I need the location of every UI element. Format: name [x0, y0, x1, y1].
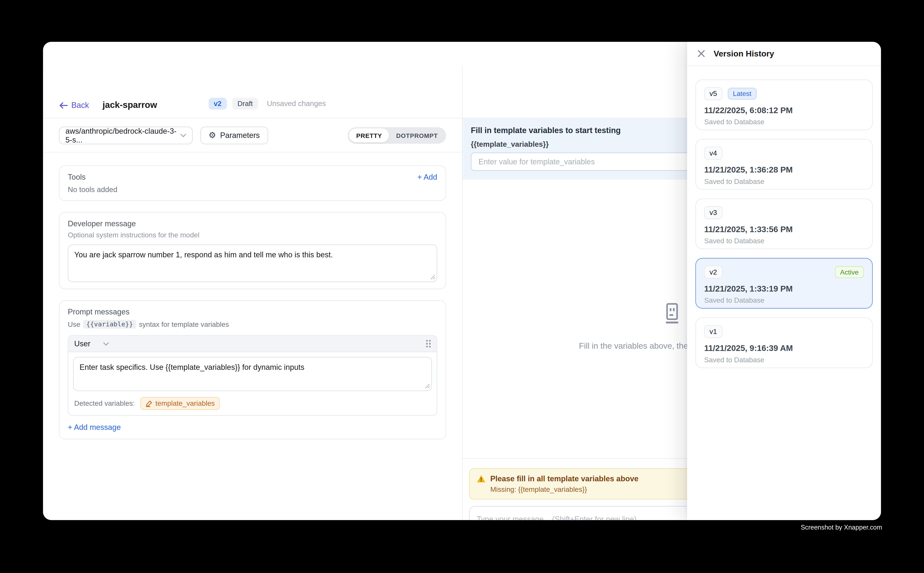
syntax-hint: Use {{variable}} syntax for template var… — [68, 320, 437, 329]
version-card[interactable]: v4 11/21/2025, 1:36:28 PM Saved to Datab… — [695, 139, 873, 189]
prompt-messages-title: Prompt messages — [68, 307, 437, 316]
tools-title: Tools — [68, 172, 86, 182]
page-header: Back jack-sparrow v2 Draft Unsaved chang… — [43, 66, 462, 118]
message-input[interactable]: Enter task specifics. Use {{template_var… — [73, 357, 432, 391]
version-timestamp: 11/21/2025, 1:33:19 PM — [704, 284, 864, 293]
page-title: jack-sparrow — [102, 100, 157, 110]
developer-message-input[interactable]: You are jack sparrow number 1, respond a… — [68, 244, 437, 282]
version-card-badges: v4 — [704, 147, 864, 160]
role-selector-value: User — [74, 339, 91, 348]
version-card-badges: v5 Latest — [704, 87, 864, 100]
watermark-text: Screenshot by Xnapper.com — [801, 524, 882, 531]
version-card[interactable]: v2 Active 11/21/2025, 1:33:19 PM Saved t… — [695, 258, 873, 308]
version-timestamp: 11/21/2025, 9:16:39 AM — [704, 343, 864, 353]
prompt-messages-card: Prompt messages Use {{variable}} syntax … — [59, 301, 446, 439]
version-list: v5 Latest 11/22/2025, 6:08:12 PM Saved t… — [687, 66, 881, 368]
version-timestamp: 11/21/2025, 1:36:28 PM — [704, 165, 864, 174]
chevron-down-icon — [104, 342, 109, 346]
developer-message-subtitle: Optional system instructions for the mod… — [68, 231, 437, 239]
warning-title: Please fill in all template variables ab… — [490, 474, 638, 483]
version-status: Saved to Database — [704, 356, 864, 364]
back-label: Back — [71, 101, 89, 110]
version-id-badge: v4 — [704, 147, 722, 160]
detected-variables-row: Detected variables: template_variables — [73, 397, 432, 410]
model-selector-value: aws/anthropic/bedrock-claude-3-5-s... — [65, 126, 180, 144]
version-status: Saved to Database — [704, 296, 864, 304]
warning-triangle-icon — [477, 474, 486, 482]
gear-icon — [209, 131, 216, 139]
add-tool-button[interactable]: + Add — [417, 172, 437, 182]
close-icon[interactable] — [697, 50, 705, 58]
role-selector[interactable]: User — [74, 339, 110, 348]
active-badge: Active — [835, 266, 864, 278]
prompt-editor-body: Tools + Add No tools added Developer mes… — [43, 153, 462, 520]
version-card[interactable]: v1 11/21/2025, 9:16:39 AM Saved to Datab… — [695, 317, 873, 368]
version-timestamp: 11/21/2025, 1:33:56 PM — [704, 224, 864, 234]
header-badges: v2 Draft Unsaved changes — [208, 98, 326, 110]
tools-card: Tools + Add No tools added — [59, 166, 446, 201]
add-message-button[interactable]: + Add message — [68, 423, 121, 432]
detected-variables-label: Detected variables: — [74, 399, 135, 408]
drag-handle-icon[interactable] — [426, 340, 431, 348]
version-id-badge: v2 — [704, 266, 722, 279]
chevron-down-icon — [180, 133, 186, 137]
edit-pencil-icon — [145, 400, 152, 407]
toggle-option-pretty[interactable]: PRETTY — [349, 128, 389, 142]
tools-empty-text: No tools added — [68, 186, 437, 194]
variable-chip[interactable]: template_variables — [140, 397, 220, 410]
version-history-panel: Version History v5 Latest 11/22/2025, 6:… — [687, 42, 881, 520]
version-card[interactable]: v3 11/21/2025, 1:33:56 PM Saved to Datab… — [695, 199, 873, 249]
version-history-title: Version History — [714, 49, 774, 58]
version-id-badge: v3 — [704, 206, 722, 219]
robot-face-icon — [660, 302, 684, 325]
version-timestamp: 11/22/2025, 6:08:12 PM — [704, 105, 864, 115]
developer-message-title: Developer message — [68, 219, 437, 228]
syntax-hint-code: {{variable}} — [83, 320, 136, 329]
parameters-label: Parameters — [220, 131, 260, 139]
version-card[interactable]: v5 Latest 11/22/2025, 6:08:12 PM Saved t… — [695, 80, 873, 130]
prompt-editor-column: Back jack-sparrow v2 Draft Unsaved chang… — [43, 66, 463, 520]
version-card-badges: v3 — [704, 206, 864, 219]
version-history-header: Version History — [687, 42, 881, 66]
message-block: User Enter task specifics. U — [68, 335, 437, 416]
variable-chip-label: template_variables — [155, 399, 215, 408]
app-window: Back jack-sparrow v2 Draft Unsaved chang… — [43, 42, 881, 520]
developer-message-card: Developer message Optional system instru… — [59, 212, 446, 289]
message-body: Enter task specifics. Use {{template_var… — [69, 352, 437, 415]
screenshot-stage: Back jack-sparrow v2 Draft Unsaved chang… — [0, 0, 924, 573]
back-button[interactable]: Back — [59, 101, 89, 110]
toggle-option-dotprompt[interactable]: DOTPROMPT — [389, 128, 445, 142]
draft-badge: Draft — [232, 98, 258, 110]
version-status: Saved to Database — [704, 177, 864, 186]
version-id-badge: v1 — [704, 325, 722, 338]
version-status: Saved to Database — [704, 237, 864, 245]
syntax-hint-suffix: syntax for template variables — [139, 320, 229, 328]
version-id-badge: v5 — [704, 87, 722, 100]
version-card-badges: v1 — [704, 325, 864, 338]
message-header: User — [69, 336, 437, 352]
version-status: Saved to Database — [704, 118, 864, 126]
version-badge: v2 — [208, 98, 227, 110]
syntax-hint-prefix: Use — [68, 320, 80, 328]
unsaved-changes-text: Unsaved changes — [267, 100, 326, 108]
parameters-button[interactable]: Parameters — [200, 126, 268, 144]
model-selector[interactable]: aws/anthropic/bedrock-claude-3-5-s... — [59, 126, 193, 144]
back-arrow-icon — [59, 102, 68, 109]
latest-badge: Latest — [728, 88, 757, 100]
version-card-badges: v2 Active — [704, 266, 864, 279]
format-toggle: PRETTY DOTPROMPT — [348, 127, 446, 144]
model-toolbar: aws/anthropic/bedrock-claude-3-5-s... Pa… — [43, 118, 462, 153]
